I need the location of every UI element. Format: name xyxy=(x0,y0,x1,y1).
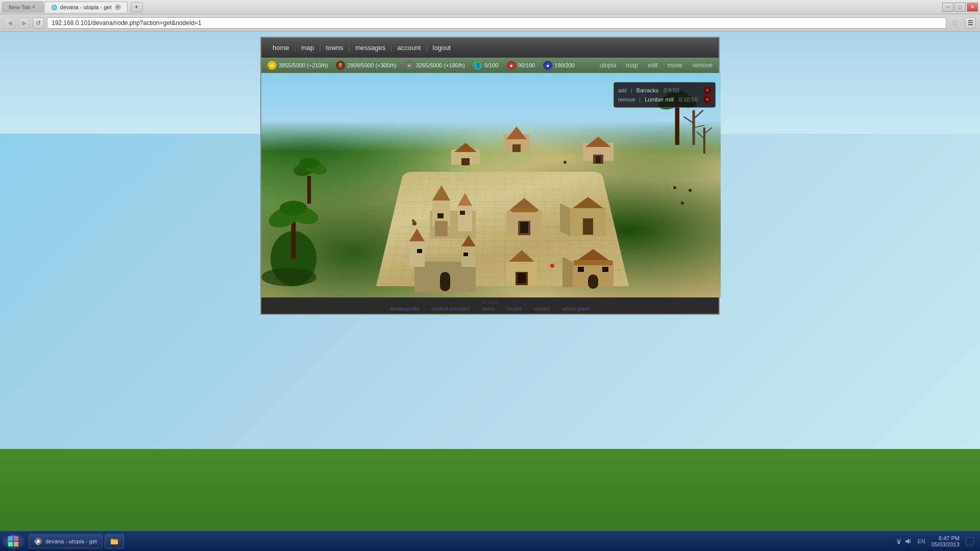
tab-inactive[interactable]: New Tab ✕ xyxy=(2,2,43,13)
svg-rect-81 xyxy=(111,540,118,544)
minimize-button[interactable]: ─ xyxy=(942,3,953,12)
svg-rect-35 xyxy=(458,206,472,231)
footer-combat-simulator[interactable]: combat simulator xyxy=(431,306,470,312)
svg-marker-85 xyxy=(905,539,909,544)
maximize-button[interactable]: □ xyxy=(954,3,966,12)
network-icon xyxy=(895,538,902,545)
address-bar: ◀ ▶ ↺ 192.168.0.101/devana/node.php?acti… xyxy=(0,14,980,32)
chrome-taskbar-label: devana - utopia - get xyxy=(45,538,97,544)
chrome-taskbar-icon xyxy=(34,537,42,545)
svg-marker-22 xyxy=(506,127,527,139)
svg-rect-66 xyxy=(602,267,608,272)
svg-rect-34 xyxy=(435,221,448,236)
svg-rect-78 xyxy=(14,542,18,546)
back-button[interactable]: ◀ xyxy=(4,17,15,29)
refresh-button[interactable]: ↺ xyxy=(33,17,44,29)
svg-rect-63 xyxy=(574,260,612,265)
nav-towns[interactable]: towns xyxy=(321,42,349,54)
gold-value: 3955/5000 (+210/h) xyxy=(279,62,328,68)
language-indicator: EN xyxy=(918,538,925,544)
windows-logo xyxy=(7,535,19,547)
svg-rect-52 xyxy=(461,246,476,267)
queue-item-0: add | Barracks 0:9:50 ✕ xyxy=(618,86,711,95)
svg-point-70 xyxy=(673,186,676,189)
svg-point-73 xyxy=(564,161,567,164)
footer-tagline: devana xyxy=(267,299,713,305)
tab-active[interactable]: 🌐 devana - utopia - get ✕ xyxy=(44,2,128,13)
header-move[interactable]: move xyxy=(668,62,682,69)
svg-marker-62 xyxy=(575,249,611,262)
resource-food: ● 90/100 xyxy=(507,61,535,70)
tab-active-label: devana - utopia - get xyxy=(60,4,112,10)
svg-marker-45 xyxy=(573,197,603,208)
svg-rect-65 xyxy=(578,267,584,272)
tab-inactive-close[interactable]: ✕ xyxy=(31,4,37,10)
svg-point-74 xyxy=(550,264,554,268)
volume-icon xyxy=(904,538,912,545)
wood-value: 2809/5000 (+300/h) xyxy=(347,62,396,68)
header-map[interactable]: map xyxy=(626,62,638,69)
resource-gold: ● 3955/5000 (+210/h) xyxy=(267,61,328,70)
queue-close-1[interactable]: ✕ xyxy=(704,96,711,103)
footer-credits[interactable]: credits xyxy=(507,306,522,312)
queue-time-1: 0:10:50 xyxy=(679,96,698,103)
nav-bar: home | map | towns | messages | account … xyxy=(261,38,719,58)
stone-value: 3265/5000 (+180/h) xyxy=(416,62,465,68)
forward-button[interactable]: ▶ xyxy=(18,17,30,29)
svg-rect-37 xyxy=(437,213,444,218)
clock-time: 6:47 PM xyxy=(932,535,960,541)
resource-pop: 👤 0/100 xyxy=(473,61,499,70)
nav-map[interactable]: map xyxy=(296,42,319,54)
footer-links: devanapedia - combat simulator - terms -… xyxy=(267,306,713,312)
mana-icon: ● xyxy=(543,61,552,70)
taskbar-folder[interactable] xyxy=(105,534,124,548)
show-desktop-button[interactable] xyxy=(966,537,974,545)
url-bar[interactable]: 192.168.0.101/devana/node.php?action=get… xyxy=(47,17,946,29)
svg-rect-83 xyxy=(897,540,901,542)
nav-messages[interactable]: messages xyxy=(350,42,390,54)
svg-marker-36 xyxy=(458,193,472,206)
nav-home[interactable]: home xyxy=(267,42,295,54)
footer-terms[interactable]: terms xyxy=(482,306,495,312)
svg-rect-27 xyxy=(596,156,601,163)
game-map[interactable]: add | Barracks 0:9:50 ✕ remove | Lumber … xyxy=(261,73,721,297)
footer-devanapedia[interactable]: devanapedia xyxy=(390,306,419,312)
new-tab-button[interactable]: + xyxy=(131,2,143,12)
header-remove[interactable]: remove xyxy=(692,62,713,69)
nav-account[interactable]: account xyxy=(393,42,426,54)
mana-value: 190/200 xyxy=(554,62,575,68)
footer-admin-panel[interactable]: admin panel xyxy=(562,306,590,312)
queue-action-0: add xyxy=(618,88,627,93)
queue-close-0[interactable]: ✕ xyxy=(704,87,711,94)
svg-point-72 xyxy=(689,189,692,192)
queue-building-0: Barracks xyxy=(636,87,658,93)
bookmark-star[interactable]: ☆ xyxy=(949,18,960,28)
game-footer: devana devanapedia - combat simulator - … xyxy=(261,297,719,314)
wood-icon: 🪵 xyxy=(336,61,345,70)
header-edit[interactable]: edit xyxy=(648,62,657,69)
nav-logout[interactable]: logout xyxy=(428,42,456,54)
system-tray xyxy=(895,538,912,545)
title-bar: New Tab ✕ 🌐 devana - utopia - get ✕ + ─ … xyxy=(0,0,980,14)
tab-active-close[interactable]: ✕ xyxy=(115,4,121,10)
header-utopia[interactable]: utopia xyxy=(600,62,617,69)
close-button[interactable]: ✕ xyxy=(967,3,978,12)
svg-rect-43 xyxy=(511,208,537,212)
start-button[interactable] xyxy=(2,534,24,549)
game-container: home | map | towns | messages | account … xyxy=(260,37,720,315)
svg-rect-23 xyxy=(512,144,521,152)
svg-rect-46 xyxy=(583,218,593,235)
taskbar: devana - utopia - get EN xyxy=(0,531,980,551)
queue-time-0: 0:9:50 xyxy=(664,87,679,93)
game-viewport[interactable]: add | Barracks 0:9:50 ✕ remove | Lumber … xyxy=(261,73,721,297)
chrome-menu-button[interactable]: ☰ xyxy=(965,17,976,29)
svg-marker-47 xyxy=(560,203,570,236)
svg-marker-29 xyxy=(454,143,477,152)
taskbar-chrome[interactable]: devana - utopia - get xyxy=(29,534,103,548)
folder-taskbar-icon xyxy=(110,537,118,545)
svg-rect-60 xyxy=(518,273,526,283)
svg-rect-42 xyxy=(520,222,528,233)
clock-date: 05/03/2013 xyxy=(932,541,960,547)
footer-contact[interactable]: contact xyxy=(534,306,550,312)
svg-rect-50 xyxy=(409,241,425,267)
